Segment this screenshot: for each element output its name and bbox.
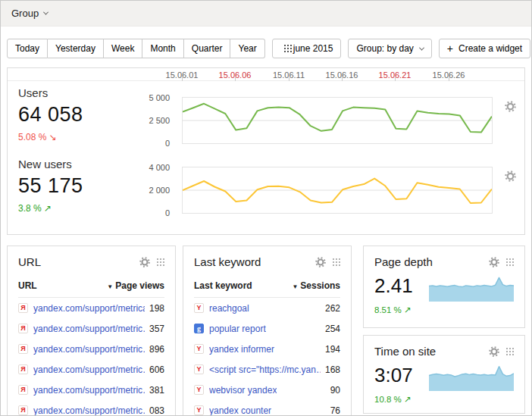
group-by-dropdown[interactable]: Group: by day [348,39,431,58]
keyword-link[interactable]: <script src="https://mc.yan… [209,364,321,375]
sessions-sort-header[interactable]: ▼Sessions [292,280,340,291]
drag-handle-icon[interactable] [506,348,514,355]
yandex-favicon: Я [18,303,28,313]
gear-icon [139,257,150,267]
right-widgets-column: Page depth 2.41 8.51 % ↗ [363,246,525,414]
last-keyword-widget-title: Last keyword [194,255,261,268]
sessions-value: 194 [321,344,340,355]
pageviews-value: 896 [145,344,164,355]
date-tick [289,77,289,81]
period-button-yesterday[interactable]: Yesterday [48,39,104,58]
last-keyword-widget: Last keyword Last keyword ▼Sessions Y re… [183,246,352,416]
app-header: Group [1,1,531,27]
pageviews-sort-header[interactable]: ▼Page views [107,280,164,291]
time-on-site-widget: Time on site 3:07 10.8 % [363,335,525,414]
period-button-month[interactable]: Month [142,39,183,58]
page-depth-widget: Page depth 2.41 8.51 % ↗ [363,246,525,328]
keyword-link[interactable]: yandex informer [209,344,274,355]
url-widget-settings-button[interactable] [139,257,150,267]
create-widget-button[interactable]: + Create a widget [439,39,530,58]
users-chart-settings-button[interactable] [505,101,516,112]
new-users-chart-settings-button[interactable] [505,170,516,182]
time-on-site-sparkline [429,365,514,391]
sessions-value: 254 [321,324,340,334]
table-row: Y webvisor yandex 90 [194,380,340,400]
yandex-favicon: Y [194,385,204,395]
trend-up-icon: ↗ [44,203,52,214]
pageviews-value: 606 [145,364,164,375]
new-users-line-chart-svg [183,167,492,213]
url-widget: URL URL ▼Page views Я yandex.com/support… [7,246,176,416]
url-link[interactable]: yandex.com/support/metric… [33,405,145,416]
table-row: Я yandex.com/support/metric… 083 [18,400,164,416]
table-row: Y reachgoal 262 [194,298,340,318]
table-row: Я yandex.com/support/metric… 606 [18,359,164,380]
users-line-chart [182,97,493,144]
yandex-favicon: Я [18,344,28,354]
table-row: Y yandex informer 194 [194,339,340,359]
table-row: g popular report 254 [194,318,340,339]
yandex-favicon: Я [18,405,28,415]
yandex-favicon: Я [18,324,28,333]
axis-tick-label: 0 [165,139,170,148]
sort-desc-icon: ▼ [107,283,113,290]
url-widget-title: URL [18,255,41,268]
date-tick [182,77,183,81]
url-link[interactable]: yandex.com/support/metric… [33,364,145,375]
drag-handle-icon[interactable] [157,258,164,266]
period-button-year[interactable]: Year [230,39,264,58]
gear-icon [489,346,499,357]
calendar-grid-icon [280,45,288,52]
yandex-favicon: Я [18,364,28,374]
keyword-link[interactable]: popular report [209,324,266,334]
time-on-site-title: Time on site [374,345,436,358]
sessions-value: 90 [326,385,340,396]
page-depth-delta: 8.51 % ↗ [374,305,413,315]
gear-icon [505,101,516,112]
page-depth-sparkline [429,276,514,302]
metrics-panel: 15.06.01 15.06.06 15.06.11 15.06.16 15.0… [7,67,525,235]
url-column-header: URL [18,280,37,291]
table-row: Y yandex counter 76 [194,400,340,416]
date-range-button[interactable]: june 2015 [272,39,342,58]
last-keyword-widget-settings-button[interactable] [315,257,326,267]
table-row: Я yandex.com/support/metric… 357 [18,318,164,339]
time-on-site-settings-button[interactable] [489,346,499,357]
period-button-today[interactable]: Today [7,39,48,58]
pageviews-value: 198 [145,303,164,314]
url-link[interactable]: yandex.com/support/metric… [33,385,145,396]
period-button-quarter[interactable]: Quarter [184,39,231,58]
sessions-value: 262 [321,303,340,314]
new-users-delta-value: 3.8 % [18,203,42,214]
timeline-dates: 15.06.01 15.06.06 15.06.11 15.06.16 15.0… [8,68,524,81]
keyword-link[interactable]: webvisor yandex [209,385,277,396]
date-tick [342,77,343,81]
url-link[interactable]: yandex.com/support/metric… [33,344,145,355]
table-row: Я yandex.com/support/metric… 381 [18,380,164,400]
new-users-line-chart [182,167,493,214]
chevron-down-icon [43,10,49,15]
yandex-favicon: Я [18,385,28,395]
keyword-link[interactable]: reachgoal [209,303,249,314]
page-depth-settings-button[interactable] [489,257,499,267]
new-users-yaxis: 4 000 2 000 0 [121,167,176,214]
yandex-favicon: Y [194,344,204,354]
group-selector[interactable]: Group [11,8,48,19]
time-on-site-value: 3:07 [374,364,413,387]
drag-handle-icon[interactable] [506,258,514,266]
trend-up-icon: ↗ [404,305,412,314]
users-line-chart-svg [183,98,492,143]
drag-handle-icon[interactable] [333,258,340,266]
yandex-favicon: Y [194,303,204,313]
date-tick [235,77,236,81]
plus-icon: + [447,42,453,55]
url-link[interactable]: yandex.com/support/metrica/ [33,303,145,314]
url-link[interactable]: yandex.com/support/metric… [33,324,145,334]
period-button-week[interactable]: Week [104,39,142,58]
sessions-value: 76 [326,405,340,416]
pageviews-value: 381 [145,385,164,396]
sessions-value: 168 [321,364,340,375]
table-row: Y <script src="https://mc.yan… 168 [194,359,340,380]
date-tick [395,77,396,81]
keyword-link[interactable]: yandex counter [209,405,271,416]
